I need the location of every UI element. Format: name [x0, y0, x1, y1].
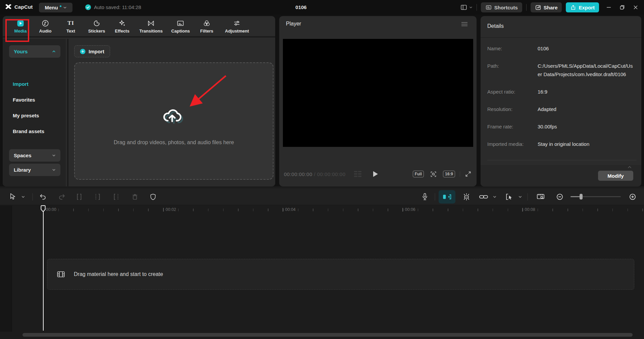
tab-filters[interactable]: Filters	[200, 19, 213, 34]
tab-text[interactable]: TI Text	[66, 19, 75, 34]
media-dropzone[interactable]: Drag and drop videos, photos, and audio …	[74, 62, 274, 180]
horizontal-scrollbar[interactable]	[22, 333, 633, 337]
sidebar-item-label: Import	[13, 81, 29, 87]
annotation-arrow	[181, 67, 238, 117]
zoom-slider-handle[interactable]	[580, 194, 583, 200]
details-header: Details	[481, 16, 641, 38]
minimize-button[interactable]	[606, 5, 611, 10]
timeline-preview-icon[interactable]	[537, 193, 545, 201]
playhead-line[interactable]	[43, 205, 44, 331]
tab-captions[interactable]: Captions	[171, 19, 190, 34]
split-icon[interactable]	[76, 193, 83, 201]
export-label: Export	[579, 5, 595, 10]
link-clips-icon[interactable]	[479, 194, 488, 200]
clip-select-chevron-icon[interactable]	[518, 195, 522, 199]
group-label: Library	[14, 167, 31, 173]
split-delete-right-icon[interactable]	[113, 193, 119, 201]
select-tool-chevron-icon[interactable]	[21, 195, 25, 199]
modify-button[interactable]: Modify	[598, 171, 633, 181]
chevron-up-icon[interactable]	[628, 166, 632, 169]
import-button-label: Import	[89, 49, 104, 54]
auto-snap-active-bg[interactable]	[439, 190, 455, 204]
record-voiceover-mic-icon[interactable]	[422, 193, 428, 201]
video-preview[interactable]	[283, 39, 473, 147]
select-tool-icon[interactable]	[9, 193, 16, 201]
zoom-out-icon[interactable]	[556, 193, 563, 200]
filmstrip-icon	[57, 271, 65, 278]
tab-label: Captions	[171, 29, 190, 34]
sidebar-item-my-presets[interactable]: My presets	[13, 111, 44, 120]
chevron-up-icon	[52, 50, 56, 53]
sidebar-item-brand-assets[interactable]: Brand assets	[13, 126, 44, 136]
ruler-label: 00:08	[522, 207, 535, 212]
sidebar-item-import[interactable]: Import	[13, 79, 44, 89]
delete-icon[interactable]	[132, 193, 139, 201]
track-header-column	[0, 206, 12, 332]
tab-label: Transitions	[139, 29, 162, 34]
clip-select-mode-icon[interactable]	[505, 193, 513, 201]
timeline-track-dropzone[interactable]: Drag material here and start to create	[47, 259, 634, 290]
zoom-in-icon[interactable]	[629, 193, 636, 200]
play-button[interactable]	[373, 171, 379, 177]
sidebar-item-label: My presets	[13, 113, 39, 118]
undo-icon[interactable]	[39, 193, 47, 201]
redo-icon[interactable]	[58, 193, 65, 201]
audio-disc-icon	[41, 19, 49, 27]
shortcuts-button[interactable]: Shortcuts	[481, 2, 522, 12]
tab-effects[interactable]: Effects	[115, 19, 129, 34]
layout-chevron-icon[interactable]	[469, 6, 473, 9]
shortcuts-label: Shortcuts	[494, 5, 518, 10]
capcut-logo-icon	[5, 3, 12, 10]
tab-audio[interactable]: Audio	[39, 19, 52, 34]
menu-button[interactable]: Menu	[39, 3, 72, 12]
sidebar-group-library[interactable]: Library	[9, 164, 60, 176]
dropzone-text: Drag and drop videos, photos, and audio …	[75, 139, 273, 146]
split-delete-left-icon[interactable]	[94, 193, 101, 201]
link-chevron-icon[interactable]	[493, 195, 497, 199]
sidebar-group-spaces[interactable]: Spaces	[9, 149, 60, 162]
export-button[interactable]: Export	[566, 2, 599, 12]
tab-stickers[interactable]: Stickers	[88, 19, 105, 34]
sliders-icon	[233, 19, 241, 27]
close-button[interactable]	[633, 5, 638, 10]
asset-tabstrip: Media Audio TI Text Stickers Effects	[3, 16, 275, 38]
import-button[interactable]: Import	[74, 45, 110, 57]
timeline-zoom-slider[interactable]	[571, 196, 621, 197]
hamburger-menu-icon[interactable]	[461, 22, 468, 26]
detail-value: 0106	[538, 44, 635, 53]
text-ti-icon: TI	[67, 19, 74, 27]
tab-transitions[interactable]: Transitions	[139, 19, 162, 34]
frame-list-icon[interactable]	[354, 171, 362, 177]
media-sidebar: Yours Import Favorites My presets Brand …	[3, 39, 66, 186]
detail-value: Adapted	[538, 105, 635, 113]
timeline-ruler-ticks[interactable]	[43, 209, 644, 211]
detail-value: 16:9	[538, 88, 635, 96]
fullscreen-icon[interactable]	[465, 171, 472, 177]
details-footer: Modify	[481, 165, 641, 186]
mask-shield-icon[interactable]	[150, 193, 156, 201]
track-dropzone-text: Drag material here and start to create	[74, 271, 163, 277]
tab-adjustment[interactable]: Adjustment	[225, 19, 249, 34]
app-logo: CapCut	[5, 3, 33, 10]
sidebar-group-yours[interactable]: Yours	[9, 45, 60, 58]
timeline-panel: 00:00 00:02 00:04 00:06 00:08 Drag mater…	[0, 186, 644, 339]
quality-full-button[interactable]: Full	[413, 171, 424, 177]
shortcuts-icon	[485, 4, 492, 11]
duration: 00:00:00:00	[317, 171, 346, 177]
tab-label: Audio	[39, 29, 52, 34]
player-controls: 00:00:00:00 / 00:00:00:00 Full 16:9	[284, 169, 472, 179]
auto-remove-gaps-icon[interactable]	[462, 193, 471, 201]
share-button[interactable]: Share	[531, 2, 562, 12]
restore-button[interactable]	[620, 5, 625, 10]
playhead-handle[interactable]	[41, 205, 46, 212]
export-icon	[570, 4, 576, 10]
aspect-ratio-button[interactable]: 16:9	[443, 171, 455, 177]
sidebar-item-label: Favorites	[13, 97, 35, 103]
details-panel: Details Name: 0106 Path: C:/Users/PMLS/A…	[481, 16, 641, 186]
focus-zoom-icon[interactable]	[430, 171, 437, 178]
group-label: Spaces	[14, 153, 32, 158]
tab-label: Filters	[200, 29, 213, 34]
chevron-down-icon	[52, 154, 56, 157]
sidebar-item-favorites[interactable]: Favorites	[13, 95, 44, 104]
layout-panels-icon[interactable]	[460, 4, 467, 11]
